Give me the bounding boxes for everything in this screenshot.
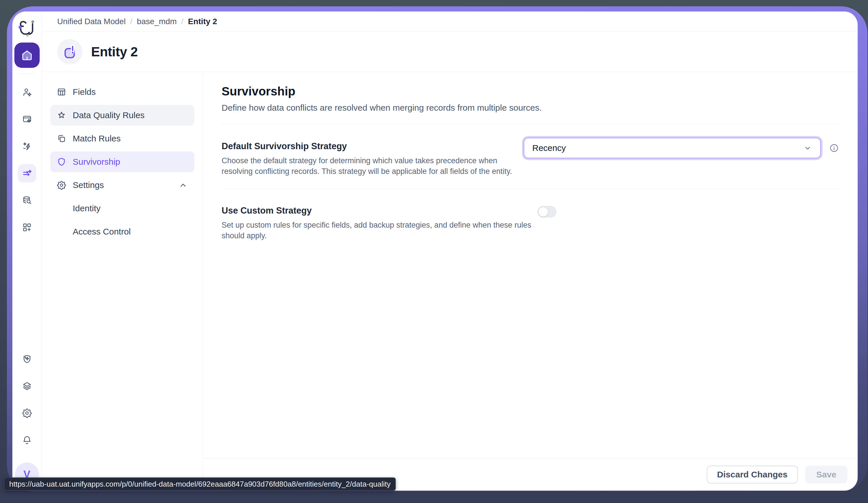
shield-icon: [56, 157, 66, 167]
breadcrumb-item-root[interactable]: Unified Data Model: [57, 17, 126, 26]
database-search-icon[interactable]: [18, 191, 36, 209]
status-url-tooltip: https://uab-uat.uat.unifyapps.com/p/0/un…: [4, 478, 396, 491]
breadcrumb-item-model[interactable]: base_mdm: [137, 17, 177, 26]
strategy-info-button[interactable]: [829, 143, 839, 153]
grid-plus-icon[interactable]: [18, 218, 36, 237]
default-strategy-select[interactable]: Recency: [524, 138, 821, 158]
app-window: V Unified Data Model / base_mdm / Entity…: [12, 11, 858, 491]
nav-item-label: Settings: [73, 180, 104, 190]
breadcrumb-separator: /: [130, 17, 132, 26]
nav-item-label: Access Control: [73, 227, 131, 237]
toggle-knob: [538, 207, 548, 217]
default-strategy-row: Default Survivorship Strategy Choose the…: [221, 124, 839, 177]
nav-item-identity[interactable]: Identity: [50, 198, 194, 219]
card-sparkle-icon[interactable]: [18, 110, 36, 129]
breadcrumb-separator: /: [182, 17, 183, 26]
selected-strategy-value: Recency: [532, 143, 566, 153]
bell-icon[interactable]: [18, 431, 36, 449]
save-button[interactable]: Save: [805, 466, 847, 483]
sparkles-zap-icon[interactable]: [18, 137, 36, 155]
default-strategy-description: Choose the default strategy for determin…: [221, 155, 524, 177]
copy-icon: [56, 134, 66, 143]
nav-item-label: Data Quality Rules: [73, 110, 145, 120]
entity-box-icon: [62, 44, 77, 59]
shield-sparkle-icon[interactable]: [18, 350, 36, 368]
nav-item-label: Fields: [73, 87, 96, 97]
nav-item-label: Match Rules: [73, 134, 121, 143]
entity-nav: Fields Data Quality Rules Match Rules: [42, 72, 203, 491]
nav-item-label: Survivorship: [73, 157, 120, 167]
breadcrumb: Unified Data Model / base_mdm / Entity 2: [42, 11, 858, 32]
entity-badge: [57, 39, 82, 64]
nav-item-survivorship[interactable]: Survivorship: [50, 152, 194, 172]
home-button[interactable]: [14, 42, 40, 68]
gear-icon: [56, 180, 66, 190]
entity-header: Entity 2: [42, 32, 858, 72]
chevron-up-icon: [178, 180, 188, 190]
user-sparkle-icon[interactable]: [18, 83, 36, 102]
nav-item-settings[interactable]: Settings: [50, 175, 194, 195]
survivorship-panel: Survivorship Define how data conflicts a…: [203, 72, 858, 458]
default-strategy-label: Default Survivorship Strategy: [221, 141, 524, 152]
section-subtitle: Define how data conflicts are resolved w…: [221, 103, 839, 113]
nav-item-fields[interactable]: Fields: [50, 82, 194, 102]
breadcrumb-item-current: Entity 2: [188, 17, 217, 26]
nav-item-access-control[interactable]: Access Control: [50, 221, 194, 242]
custom-strategy-description: Set up custom rules for specific fields,…: [221, 220, 537, 242]
nav-item-label: Identity: [73, 204, 101, 213]
nav-item-data-quality-rules[interactable]: Data Quality Rules: [50, 105, 194, 126]
table-icon: [56, 87, 66, 97]
custom-strategy-row: Use Custom Strategy Set up custom rules …: [221, 189, 839, 242]
chevron-down-icon: [803, 143, 812, 153]
nav-item-match-rules[interactable]: Match Rules: [50, 128, 194, 149]
main-column: Unified Data Model / base_mdm / Entity 2…: [42, 11, 858, 491]
discard-changes-button[interactable]: Discard Changes: [707, 466, 798, 483]
section-title: Survivorship: [221, 84, 839, 98]
gear-icon[interactable]: [18, 404, 36, 422]
flow-arrows-icon[interactable]: [18, 164, 36, 183]
icon-rail: V: [12, 11, 42, 491]
info-icon: [829, 143, 839, 153]
layers-icon[interactable]: [18, 377, 36, 395]
custom-strategy-label: Use Custom Strategy: [221, 206, 537, 216]
unifyapps-logo-icon: [18, 18, 37, 37]
star-icon: [56, 110, 66, 120]
page-title: Entity 2: [91, 44, 138, 60]
home-icon: [20, 49, 34, 62]
status-url-text: https://uab-uat.uat.unifyapps.com/p/0/un…: [9, 480, 391, 489]
custom-strategy-toggle[interactable]: [537, 206, 556, 218]
